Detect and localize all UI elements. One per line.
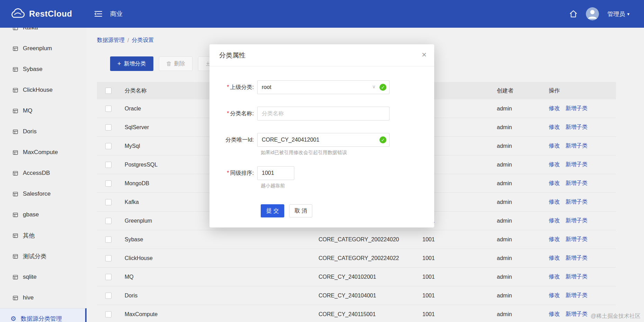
avatar[interactable] xyxy=(586,7,599,20)
table-icon xyxy=(12,274,18,280)
sidebar-item-datasource-category[interactable]: ⚙ 数据源分类管理 xyxy=(0,308,87,322)
sidebar-item[interactable]: AccessDB xyxy=(0,163,87,184)
cell-category-name: ClickHouse xyxy=(125,255,319,261)
table-icon xyxy=(12,170,18,176)
add-category-button[interactable]: + 新增分类 xyxy=(110,56,153,71)
sidebar-item[interactable]: ClickHouse xyxy=(0,80,87,100)
sidebar-item-label: Salesforce xyxy=(23,190,51,197)
row-checkbox[interactable] xyxy=(105,293,111,299)
cell-actions: 修改 新增子类 xyxy=(549,180,608,187)
edit-link[interactable]: 修改 xyxy=(549,254,560,262)
nav-menu-business[interactable]: 商业 xyxy=(110,10,123,18)
user-menu[interactable]: 管理员 ▾ xyxy=(607,10,629,18)
sidebar-item[interactable]: Doris xyxy=(0,121,87,142)
sidebar-item[interactable]: sqlite xyxy=(0,267,87,287)
edit-link[interactable]: 修改 xyxy=(549,180,560,187)
cell-creator: admin xyxy=(497,199,549,205)
delete-button[interactable]: 删除 xyxy=(159,56,193,71)
row-checkbox[interactable] xyxy=(105,124,111,131)
row-checkbox[interactable] xyxy=(105,218,111,224)
valid-check-icon: ✓ xyxy=(379,136,386,143)
cell-creator: admin xyxy=(497,143,549,149)
table-row: MQ CORE_CY_240102001 1001 admin 修改 新增子类 xyxy=(97,268,616,286)
row-checkbox[interactable] xyxy=(105,236,111,243)
edit-link[interactable]: 修改 xyxy=(549,217,560,224)
row-checkbox[interactable] xyxy=(105,199,111,205)
edit-link[interactable]: 修改 xyxy=(549,124,560,131)
cell-actions: 修改 新增子类 xyxy=(549,236,608,243)
sidebar-item[interactable]: 测试分类 xyxy=(0,246,87,267)
add-child-link[interactable]: 新增子类 xyxy=(565,217,588,224)
cell-category-id: CORE_CATEGORY_200224020 xyxy=(319,236,422,243)
sidebar-item-label: MQ xyxy=(23,107,32,114)
add-child-link[interactable]: 新增子类 xyxy=(565,236,588,243)
cell-category-id: CORE_CATEGORY_200224022 xyxy=(319,255,422,261)
home-icon[interactable] xyxy=(569,10,578,18)
sidebar-item[interactable]: Kafka xyxy=(0,28,87,38)
sidebar-item-label: 其他 xyxy=(23,232,35,240)
edit-link[interactable]: 修改 xyxy=(549,236,560,243)
add-child-link[interactable]: 新增子类 xyxy=(565,254,588,262)
edit-link[interactable]: 修改 xyxy=(549,273,560,280)
field-category-id: 分类唯一Id: ✓ xyxy=(209,133,434,147)
edit-link[interactable]: 修改 xyxy=(549,105,560,112)
table-icon xyxy=(12,46,18,52)
modal-title: 分类属性 xyxy=(219,51,245,60)
sidebar-item[interactable]: gbase xyxy=(0,204,87,225)
table-icon xyxy=(12,191,18,197)
sidebar-item[interactable]: Greenplum xyxy=(0,38,87,59)
add-child-link[interactable]: 新增子类 xyxy=(565,198,588,206)
row-checkbox[interactable] xyxy=(105,255,111,261)
edit-link[interactable]: 修改 xyxy=(549,292,560,299)
sidebar-item[interactable]: Sybase xyxy=(0,59,87,80)
sidebar-item-label: 测试分类 xyxy=(23,252,46,260)
sibling-sort-helper: 越小越靠前 xyxy=(261,183,434,189)
submit-button[interactable]: 提 交 xyxy=(261,204,284,217)
header-actions: 操作 xyxy=(549,87,608,95)
sidebar-item-label: ClickHouse xyxy=(23,87,53,93)
row-checkbox[interactable] xyxy=(105,274,111,280)
row-checkbox[interactable] xyxy=(105,106,111,112)
add-child-link[interactable]: 新增子类 xyxy=(565,124,588,131)
add-child-link[interactable]: 新增子类 xyxy=(565,180,588,187)
cell-actions: 修改 新增子类 xyxy=(549,273,608,280)
edit-link[interactable]: 修改 xyxy=(549,142,560,150)
category-id-input[interactable] xyxy=(257,133,390,147)
cell-actions: 修改 新增子类 xyxy=(549,124,608,131)
breadcrumb-category-settings[interactable]: 分类设置 xyxy=(132,37,154,44)
add-child-link[interactable]: 新增子类 xyxy=(565,161,588,168)
cell-category-name: MaxCompute xyxy=(125,311,319,317)
sidebar-item[interactable]: MaxCompute xyxy=(0,142,87,163)
sibling-sort-input[interactable] xyxy=(257,166,294,180)
cell-actions: 修改 新增子类 xyxy=(549,292,608,299)
sidebar-item[interactable]: 其他 xyxy=(0,225,87,246)
edit-link[interactable]: 修改 xyxy=(549,311,560,318)
sidebar-item[interactable]: Salesforce xyxy=(0,184,87,204)
breadcrumb-datasource[interactable]: 数据源管理 xyxy=(97,37,125,44)
cell-category-name: Doris xyxy=(125,293,319,299)
top-navbar: RestCloud 商业 管理员 ▾ xyxy=(0,0,644,28)
sidebar-item[interactable]: MQ xyxy=(0,100,87,121)
add-child-link[interactable]: 新增子类 xyxy=(565,311,588,318)
brand-logo[interactable]: RestCloud xyxy=(0,8,87,19)
table-icon xyxy=(12,28,18,31)
close-icon[interactable]: × xyxy=(422,51,427,59)
row-checkbox[interactable] xyxy=(105,311,111,317)
table-row: MaxCompute CORE_CY_240115001 1001 admin … xyxy=(97,305,616,322)
add-child-link[interactable]: 新增子类 xyxy=(565,142,588,150)
add-child-link[interactable]: 新增子类 xyxy=(565,273,588,280)
category-name-input[interactable] xyxy=(257,107,390,120)
cancel-button[interactable]: 取 消 xyxy=(289,204,312,217)
edit-link[interactable]: 修改 xyxy=(549,198,560,206)
edit-link[interactable]: 修改 xyxy=(549,161,560,168)
parent-category-select[interactable]: root xyxy=(257,80,390,94)
row-checkbox[interactable] xyxy=(105,143,111,149)
select-all-checkbox[interactable] xyxy=(105,88,111,94)
add-child-link[interactable]: 新增子类 xyxy=(565,292,588,299)
row-checkbox[interactable] xyxy=(105,180,111,187)
sidebar-item[interactable]: hive xyxy=(0,287,87,308)
row-checkbox[interactable] xyxy=(105,162,111,168)
table-row: Sybase CORE_CATEGORY_200224020 1001 admi… xyxy=(97,230,616,249)
menu-fold-icon[interactable] xyxy=(94,10,102,17)
add-child-link[interactable]: 新增子类 xyxy=(565,105,588,112)
